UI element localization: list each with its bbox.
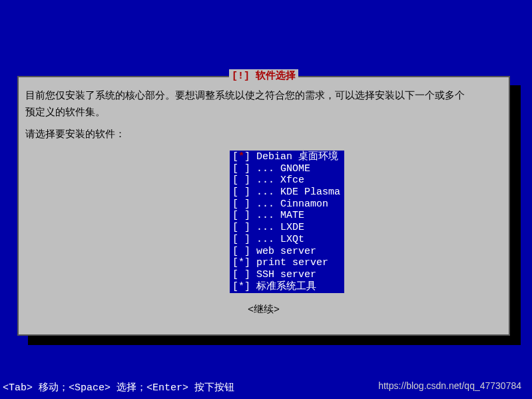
list-item-label: ... MATE <box>256 210 304 221</box>
dialog-description-line1: 目前您仅安装了系统的核心部分。要想调整系统以使之符合您的需求，可以选择安装以下一… <box>25 89 502 103</box>
list-item[interactable]: [ ] ... LXQt <box>232 234 340 246</box>
list-item-label: ... LXQt <box>256 234 304 245</box>
checkbox-mark: * <box>238 151 244 163</box>
list-item[interactable]: [ ] ... MATE <box>232 210 340 222</box>
list-item[interactable]: [ ] ... LXDE <box>232 222 340 234</box>
list-item-label: ... LXDE <box>256 222 304 233</box>
software-selection-dialog: [!] 软件选择 目前您仅安装了系统的核心部分。要想调整系统以使之符合您的需求，… <box>17 76 510 336</box>
dialog-prompt: 请选择要安装的软件： <box>25 128 502 142</box>
list-item[interactable]: [ ] ... Xfce <box>232 175 340 187</box>
list-item-label: ... Cinnamon <box>256 199 328 210</box>
continue-button[interactable]: <继续> <box>248 304 280 316</box>
watermark: https://blog.csdn.net/qq_47730784 <box>378 380 521 391</box>
list-item-label: ... KDE Plasma <box>256 187 340 198</box>
software-list[interactable]: [*] Debian 桌面环境 [ ] ... GNOME [ ] ... Xf… <box>230 151 344 293</box>
list-item[interactable]: [ ] web server <box>232 246 340 258</box>
list-item-label: SSH server <box>256 269 316 280</box>
list-item-label: ... Xfce <box>256 175 304 186</box>
list-item-label: web server <box>256 246 316 257</box>
list-item[interactable]: [ ] ... KDE Plasma <box>232 187 340 199</box>
dialog-description-line2: 预定义的软件集。 <box>25 106 502 120</box>
list-item-label: 标准系统工具 <box>256 281 316 292</box>
list-item-label: ... GNOME <box>256 163 310 175</box>
list-item[interactable]: [ ] ... GNOME <box>232 163 340 175</box>
list-item[interactable]: [*] Debian 桌面环境 <box>232 151 340 163</box>
list-item-label: Debian 桌面环境 <box>256 151 338 163</box>
list-item[interactable]: [*] print server <box>232 257 340 269</box>
list-item[interactable]: [ ] ... Cinnamon <box>232 199 340 210</box>
list-item[interactable]: [ ] SSH server <box>232 269 340 281</box>
list-item-label: print server <box>256 257 328 268</box>
list-item[interactable]: [*] 标准系统工具 <box>232 281 340 293</box>
dialog-title: [!] 软件选择 <box>229 69 298 82</box>
keyboard-hints: <Tab> 移动；<Space> 选择；<Enter> 按下按钮 <box>3 381 234 394</box>
